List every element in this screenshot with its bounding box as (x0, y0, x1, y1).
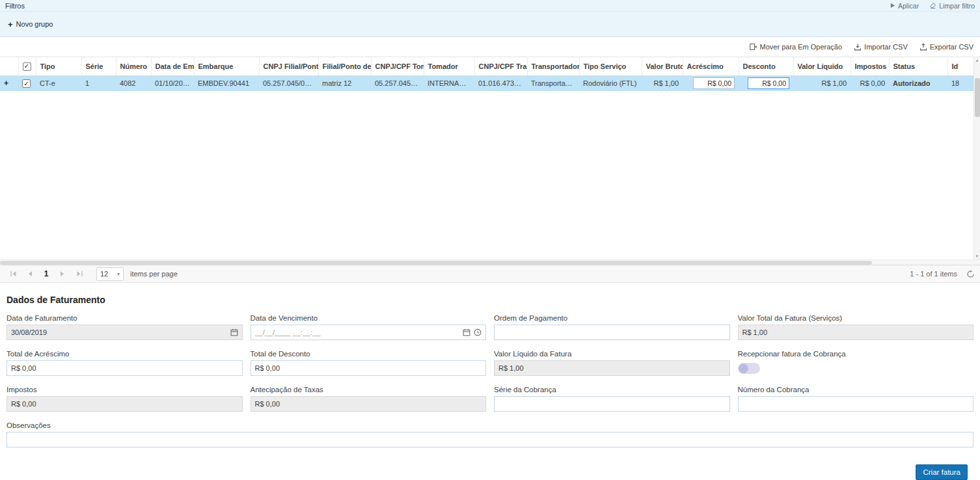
data-faturamento-input[interactable] (11, 328, 227, 336)
last-page-button[interactable] (72, 267, 87, 280)
move-to-operation-button[interactable]: Mover para Em Operação (750, 43, 843, 51)
valor-total-fatura-label: Valor Total da Fatura (Serviços) (738, 314, 974, 322)
recepcionar-fatura-toggle[interactable] (738, 363, 760, 374)
column-header-embarque[interactable]: Embarque (194, 57, 259, 75)
cell-transportador: Transportador 01 (527, 75, 579, 91)
cell-impostos: R$ 0,00 (851, 75, 889, 91)
antecipacao-taxas-label: Antecipação de Taxas (251, 386, 487, 393)
valor-total-fatura-input[interactable] (742, 328, 970, 336)
numero-cobranca-input[interactable] (742, 400, 970, 408)
scrollbar-thumb[interactable] (975, 78, 980, 117)
data-faturamento-label: Data de Faturamento (7, 314, 243, 322)
field-recepcionar-fatura: Recepcionar fatura de Cobrança (738, 350, 974, 376)
next-page-button[interactable] (55, 267, 70, 280)
page-size-select[interactable]: 12 ▾ (96, 267, 124, 281)
apply-filter-button[interactable]: Aplicar (890, 2, 919, 10)
field-valor-total-fatura: Valor Total da Fatura (Serviços) (738, 314, 974, 340)
clear-filter-button[interactable]: Limpar filtro (929, 2, 975, 10)
column-header-cnpj-tomador[interactable]: CNPJ/CPF Tomador (371, 57, 424, 75)
column-header-valor-bruto[interactable]: Valor Bruto (642, 57, 683, 75)
antecipacao-taxas-input[interactable] (255, 400, 482, 408)
column-header-desconto[interactable]: Desconto (739, 57, 793, 75)
new-group-button[interactable]: + Novo grupo (8, 20, 53, 29)
ordem-pagamento-input[interactable] (498, 328, 726, 336)
column-header-transportador[interactable]: Transportador (527, 57, 579, 75)
column-header-cnpj-transportador[interactable]: CNPJ/CPF Transp... (474, 57, 527, 75)
recepcionar-fatura-label: Recepcionar fatura de Cobrança (738, 350, 974, 358)
clock-icon[interactable] (474, 328, 482, 336)
total-acrescimo-input[interactable] (11, 364, 238, 372)
column-header-acrescimo[interactable]: Acréscimo (683, 57, 739, 75)
cell-desconto (739, 75, 793, 91)
desconto-input[interactable] (748, 77, 789, 89)
total-acrescimo-label: Total de Acréscimo (7, 350, 243, 358)
observacoes-label: Observações (7, 421, 973, 429)
previous-page-button[interactable] (22, 267, 38, 280)
cell-tomador: INTERNACIONAL E ... (424, 75, 474, 91)
column-header-tipo[interactable]: Tipo (36, 57, 81, 75)
impostos-label: Impostos (7, 386, 243, 393)
field-ordem-pagamento: Ordem de Pagamento (494, 314, 730, 340)
column-header-serie[interactable]: Série (81, 57, 116, 75)
row-checkbox[interactable]: ✓ (22, 79, 31, 88)
total-desconto-input[interactable] (255, 364, 482, 372)
check-icon: ✓ (23, 81, 29, 87)
cell-valor-liquido: R$ 1,00 (793, 75, 851, 91)
cell-filial: matriz 12 (318, 75, 371, 91)
column-header-id[interactable]: Id (947, 57, 973, 75)
expand-row-icon[interactable]: + (4, 79, 8, 88)
serie-cobranca-input[interactable] (498, 400, 726, 408)
scroll-down-icon[interactable]: ▼ (974, 253, 980, 260)
cell-valor-bruto: R$ 1,00 (642, 75, 683, 91)
field-antecipacao-taxas: Antecipação de Taxas (251, 386, 487, 412)
clear-filter-label: Limpar filtro (939, 2, 975, 10)
pager-info: 1 - 1 of 1 items (910, 270, 957, 278)
cell-acrescimo (683, 75, 739, 91)
horizontal-scrollbar[interactable] (0, 260, 980, 265)
create-invoice-button[interactable]: Criar fatura (916, 464, 968, 480)
export-csv-button[interactable]: Exportar CSV (919, 43, 973, 51)
column-header-status[interactable]: Status (889, 57, 947, 75)
first-page-button[interactable] (5, 267, 21, 280)
select-all-checkbox[interactable]: ✓ (23, 62, 31, 71)
column-header-data-emissao[interactable]: Data de Emiss... (151, 57, 194, 75)
horizontal-scrollbar-thumb[interactable] (0, 261, 872, 265)
column-header-filial[interactable]: Filial/Ponto de O... (318, 57, 371, 75)
move-to-operation-label: Mover para Em Operação (760, 43, 843, 51)
current-page[interactable]: 1 (39, 269, 53, 278)
column-header-numero[interactable]: Número (116, 57, 151, 75)
field-numero-cobranca: Número da Cobrança (738, 386, 974, 412)
apply-filter-label: Aplicar (898, 2, 919, 10)
cell-numero: 4082 (116, 75, 151, 91)
cell-data-emissao: 01/10/2018 11:07 (151, 75, 194, 91)
valor-liquido-fatura-label: Valor Líquido da Fatura (494, 350, 730, 358)
check-icon: ✓ (24, 63, 29, 70)
field-total-acrescimo: Total de Acréscimo (7, 350, 243, 376)
field-serie-cobranca: Série da Cobrança (494, 386, 730, 412)
impostos-input[interactable] (11, 400, 238, 408)
cell-cnpj-transportador: 01.016.473/0001-40 (474, 75, 527, 91)
column-header-cnpj-filial[interactable]: CNPJ Filial/Ponto de ... (259, 57, 318, 75)
cell-checkbox: ✓ (18, 75, 36, 91)
column-header-valor-liquido[interactable]: Valor Líquido (793, 57, 851, 75)
import-csv-button[interactable]: Importar CSV (854, 43, 908, 51)
data-vencimento-label: Data de Vencimento (251, 314, 487, 322)
vertical-scrollbar[interactable]: ▲ ▼ (973, 57, 980, 260)
refresh-icon[interactable] (966, 270, 975, 278)
scroll-up-icon[interactable]: ▲ (974, 57, 980, 64)
table-row[interactable]: + ✓ CT-e 1 4082 01/10/2018 11:07 EMBDEV.… (0, 75, 973, 91)
import-icon (854, 43, 862, 51)
pager-info-area: 1 - 1 of 1 items (910, 270, 975, 278)
observacoes-input[interactable] (11, 436, 969, 444)
column-header-impostos[interactable]: Impostos (851, 57, 889, 75)
column-header-tomador[interactable]: Tomador (424, 57, 474, 75)
filter-actions: Aplicar Limpar filtro (890, 2, 975, 10)
data-grid: ✓ Tipo Série Número Data de Emiss... Emb… (0, 57, 980, 260)
calendar-icon[interactable] (230, 328, 238, 336)
cell-tipo-servico: Rodoviário (FTL) (579, 75, 642, 91)
data-vencimento-input[interactable] (255, 328, 460, 336)
column-header-tipo-servico[interactable]: Tipo Serviço (579, 57, 642, 75)
valor-liquido-fatura-input[interactable] (498, 364, 726, 372)
calendar-icon[interactable] (463, 328, 470, 336)
acrescimo-input[interactable] (693, 77, 735, 89)
